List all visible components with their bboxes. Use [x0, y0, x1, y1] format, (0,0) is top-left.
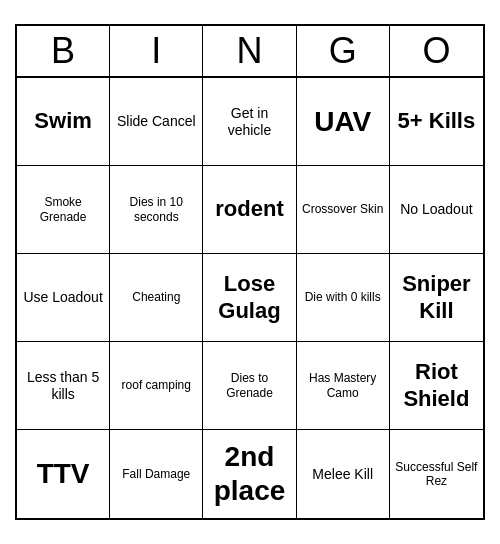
bingo-cell: rodent	[203, 166, 296, 254]
cell-text: TTV	[37, 457, 90, 491]
bingo-cell: Smoke Grenade	[17, 166, 110, 254]
bingo-cell: UAV	[297, 78, 390, 166]
cell-text: Die with 0 kills	[305, 290, 381, 304]
cell-text: Swim	[34, 108, 91, 134]
header-letter: I	[110, 26, 203, 76]
bingo-header: BINGO	[17, 26, 483, 78]
bingo-cell: Successful Self Rez	[390, 430, 483, 518]
cell-text: Smoke Grenade	[21, 195, 105, 224]
cell-text: Melee Kill	[312, 466, 373, 483]
cell-text: Get in vehicle	[207, 105, 291, 139]
cell-text: Use Loadout	[23, 289, 102, 306]
bingo-cell: Less than 5 kills	[17, 342, 110, 430]
cell-text: Has Mastery Camo	[301, 371, 385, 400]
cell-text: 2nd place	[207, 440, 291, 507]
cell-text: rodent	[215, 196, 283, 222]
bingo-cell: Slide Cancel	[110, 78, 203, 166]
bingo-cell: 2nd place	[203, 430, 296, 518]
bingo-cell: Lose Gulag	[203, 254, 296, 342]
bingo-cell: Swim	[17, 78, 110, 166]
header-letter: O	[390, 26, 483, 76]
cell-text: Dies to Grenade	[207, 371, 291, 400]
cell-text: Fall Damage	[122, 467, 190, 481]
bingo-cell: Use Loadout	[17, 254, 110, 342]
bingo-grid: SwimSlide CancelGet in vehicleUAV5+ Kill…	[17, 78, 483, 518]
bingo-cell: TTV	[17, 430, 110, 518]
cell-text: Dies in 10 seconds	[114, 195, 198, 224]
bingo-cell: roof camping	[110, 342, 203, 430]
cell-text: Successful Self Rez	[394, 460, 479, 489]
cell-text: No Loadout	[400, 201, 472, 218]
bingo-cell: 5+ Kills	[390, 78, 483, 166]
bingo-cell: Dies in 10 seconds	[110, 166, 203, 254]
cell-text: Lose Gulag	[207, 271, 291, 324]
bingo-cell: Die with 0 kills	[297, 254, 390, 342]
header-letter: B	[17, 26, 110, 76]
bingo-cell: Fall Damage	[110, 430, 203, 518]
bingo-cell: Sniper Kill	[390, 254, 483, 342]
bingo-cell: Melee Kill	[297, 430, 390, 518]
bingo-cell: Cheating	[110, 254, 203, 342]
bingo-card: BINGO SwimSlide CancelGet in vehicleUAV5…	[15, 24, 485, 520]
bingo-cell: Riot Shield	[390, 342, 483, 430]
cell-text: Cheating	[132, 290, 180, 304]
cell-text: Less than 5 kills	[21, 369, 105, 403]
bingo-cell: Dies to Grenade	[203, 342, 296, 430]
cell-text: Riot Shield	[394, 359, 479, 412]
bingo-cell: Has Mastery Camo	[297, 342, 390, 430]
cell-text: Slide Cancel	[117, 113, 196, 130]
cell-text: 5+ Kills	[398, 108, 476, 134]
bingo-cell: Crossover Skin	[297, 166, 390, 254]
cell-text: Crossover Skin	[302, 202, 383, 216]
cell-text: roof camping	[122, 378, 191, 392]
bingo-cell: Get in vehicle	[203, 78, 296, 166]
cell-text: Sniper Kill	[394, 271, 479, 324]
bingo-cell: No Loadout	[390, 166, 483, 254]
header-letter: G	[297, 26, 390, 76]
header-letter: N	[203, 26, 296, 76]
cell-text: UAV	[314, 105, 371, 139]
